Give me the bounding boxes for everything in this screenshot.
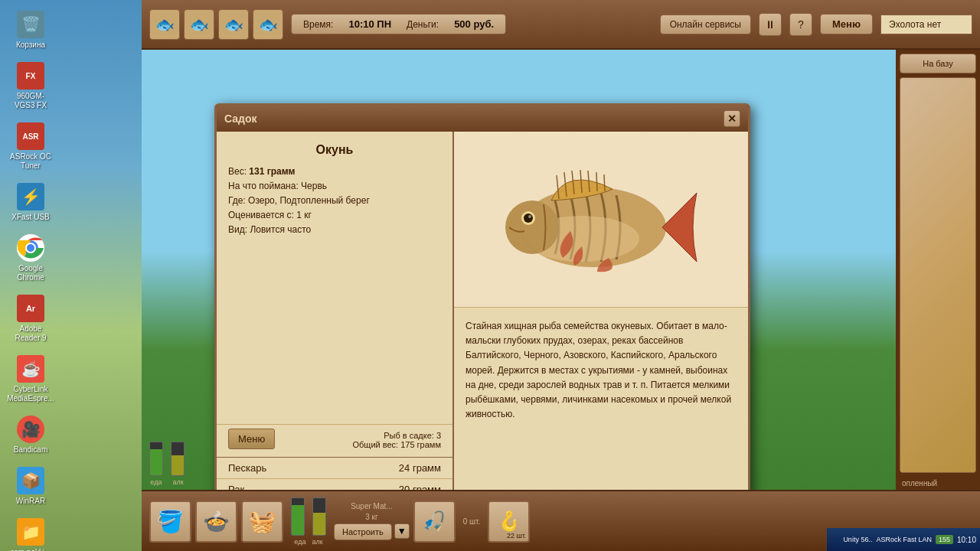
basket-icon[interactable]: 🧺 <box>241 500 283 543</box>
system-tray: Unity 56.. ASRock Fast LAN 155 10:10 <box>827 528 980 551</box>
desktop-icon-asrock-fx[interactable]: FX 960GM-VGS3 FX <box>4 59 57 113</box>
fish-thumbnails: 🐟 🐟 🐟 🐟 <box>149 9 283 40</box>
pause-button[interactable]: ⏸ <box>759 13 782 36</box>
network-label: ASRock Fast LAN <box>876 536 932 543</box>
drink-bar-label: алк <box>312 538 322 546</box>
folder-label: com.nekki... (1) <box>7 548 54 551</box>
map-area <box>900 77 976 473</box>
fish-thumb-3[interactable]: 🐟 <box>218 9 249 40</box>
fish-info-area: Окунь Вес: 131 грамм На что поймана: Чер… <box>217 132 452 424</box>
recycle-label: Корзина <box>16 41 45 50</box>
time-money-bar: Время: 10:10 ПН Деньги: 500 руб. <box>291 14 506 34</box>
drink-bar-fill <box>172 455 184 475</box>
asrock-oc-label: ASRock OC Tuner <box>7 152 54 171</box>
dialog-overlay: Садок ✕ Окунь Вес: 131 грамм <box>142 50 896 551</box>
adobe-label: Adobe Reader 9 <box>7 324 54 343</box>
rod-slot[interactable]: 🎣 <box>413 500 456 543</box>
desktop-icon-chrome[interactable]: Google Chrome <box>4 231 57 285</box>
desktop: 🗑️ Корзина FX 960GM-VGS3 FX ASR ASRock O… <box>0 0 980 551</box>
food-label: еда <box>150 478 162 486</box>
food-bar-col <box>149 442 163 476</box>
desktop-icon-folder[interactable]: 📁 com.nekki... (1) <box>4 515 57 551</box>
fish-menu-button[interactable]: Меню <box>228 429 275 449</box>
fish-bottom-info: Меню Рыб в садке: 3 Общий вес: 175 грамм <box>217 424 452 457</box>
flooded-text: опленный <box>900 477 976 490</box>
game-toolbar: 🐟 🐟 🐟 🐟 Время: 10:10 ПН Деньги: 500 руб.… <box>142 0 980 50</box>
fish-bait-stat: На что поймана: Червь <box>228 181 441 191</box>
asrock-fx-label: 960GM-VGS3 FX <box>7 92 54 110</box>
sadok-dialog: Садок ✕ Окунь Вес: 131 грамм <box>214 103 750 524</box>
dialog-right-pane: Стайная хищная рыба семейства окуневых. … <box>454 132 748 522</box>
speed-badge: 155 <box>936 535 953 544</box>
fish-description: Стайная хищная рыба семейства окуневых. … <box>454 308 748 498</box>
desktop-icon-winrar[interactable]: 📦 WinRAR <box>4 464 57 509</box>
money-label: Деньги: <box>407 19 439 30</box>
basket-slot: 🧺 <box>241 500 283 543</box>
desktop-icon-bandicam[interactable]: 🎥 Bandicam <box>4 412 57 458</box>
desktop-icon-adobe[interactable]: Ar Adobe Reader 9 <box>4 292 57 346</box>
chrome-label: Google Chrome <box>7 264 54 282</box>
right-panel: На базу опленный не ограничено не объявл… <box>896 50 980 551</box>
dialog-close-button[interactable]: ✕ <box>724 110 740 127</box>
desktop-icons-panel: 🗑️ Корзина FX 960GM-VGS3 FX ASR ASRock O… <box>0 0 61 551</box>
setup-name-label: Super Mat... <box>351 502 392 510</box>
food-bar <box>291 497 305 536</box>
unity-label: Unity 56.. <box>843 536 872 543</box>
desktop-icon-xfast[interactable]: ⚡ XFast USB <box>4 180 57 225</box>
bowl-icon[interactable]: 🍲 <box>195 500 237 543</box>
drink-fill <box>313 513 325 535</box>
map-inner <box>900 78 975 472</box>
time-label: Время: <box>303 19 333 30</box>
bucket-slot: 🪣 <box>149 500 191 543</box>
fish-rating-stat: Оценивается с: 1 кг <box>228 210 441 220</box>
fish-name: Окунь <box>228 143 441 157</box>
bowl-slot: 🍲 <box>195 500 237 543</box>
help-button[interactable]: ? <box>789 13 812 36</box>
xfast-label: XFast USB <box>11 213 49 222</box>
bars-row <box>149 442 185 476</box>
food-bar-label: еда <box>294 538 305 546</box>
drink-bar-col <box>171 442 185 476</box>
setup-weight-label: 3 кг <box>365 513 377 521</box>
setup-area: Super Mat... 3 кг Настроить ▼ <box>334 502 410 540</box>
bucket-icon[interactable]: 🪣 <box>149 500 191 543</box>
hook-slot[interactable]: 🪝 22 шт. <box>488 500 530 543</box>
taskbar-item-recycle[interactable]: 🗑️ Корзина <box>4 8 57 53</box>
fish-frequency-stat: Вид: Ловится часто <box>228 224 441 235</box>
drink-bar <box>312 497 326 536</box>
food-bar-container <box>149 442 163 476</box>
fish-thumb-1[interactable]: 🐟 <box>149 9 180 40</box>
food-fill <box>292 505 304 534</box>
drink-bar-container <box>171 442 185 476</box>
fish-count-info: Рыб в садке: 3 Общий вес: 175 грамм <box>352 431 441 449</box>
bottom-bars <box>291 497 326 536</box>
game-scene: еда алк Садок ✕ <box>142 50 896 551</box>
setup-button[interactable]: Настроить <box>334 523 392 540</box>
hook-count: 22 шт. <box>507 532 526 540</box>
fish-thumb-2[interactable]: 🐟 <box>184 9 214 40</box>
echo-panel: Эхолота нет <box>880 15 972 34</box>
online-services-button[interactable]: Онлайн сервисы <box>660 15 751 34</box>
fish-thumb-4[interactable]: 🐟 <box>253 9 283 40</box>
desktop-icon-cyberlink[interactable]: ☕ CyberLink MediaEspre... <box>4 352 57 406</box>
slot-separator: 0 шт. <box>463 517 481 526</box>
dialog-titlebar: Садок ✕ <box>217 106 748 132</box>
dialog-title: Садок <box>224 112 257 125</box>
game-main-area: еда алк Садок ✕ <box>142 50 980 551</box>
fish-weight-stat: Вес: 131 грамм <box>228 166 441 177</box>
food-bar-fill <box>150 449 162 475</box>
svg-point-3 <box>27 244 34 252</box>
to-base-button[interactable]: На базу <box>900 54 976 73</box>
fish-list-item-peskar[interactable]: Пескарь 24 грамм <box>217 458 452 479</box>
bandicam-label: Bandicam <box>14 445 47 455</box>
dialog-body: Окунь Вес: 131 грамм На что поймана: Чер… <box>217 132 748 522</box>
setup-dropdown-button[interactable]: ▼ <box>394 523 410 539</box>
game-window: 🐟 🐟 🐟 🐟 Время: 10:10 ПН Деньги: 500 руб.… <box>142 0 980 551</box>
dialog-left-pane: Окунь Вес: 131 грамм На что поймана: Чер… <box>217 132 454 522</box>
time-value: 10:10 ПН <box>348 18 391 30</box>
drink-label: алк <box>172 478 183 486</box>
main-menu-button[interactable]: Меню <box>820 14 873 34</box>
svg-point-17 <box>521 187 666 267</box>
desktop-icon-asrock-oc[interactable]: ASR ASRock OC Tuner <box>4 119 57 174</box>
fish-image <box>494 151 708 289</box>
